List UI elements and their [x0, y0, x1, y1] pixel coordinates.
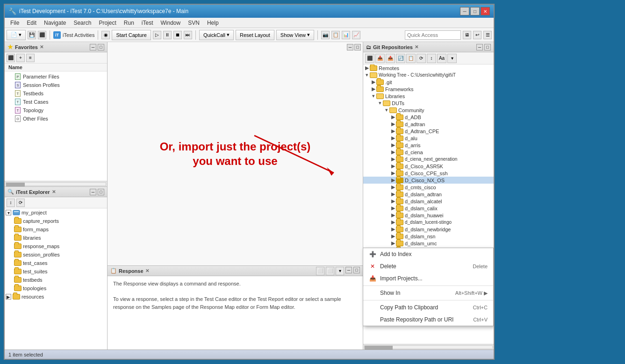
- quickcall-button[interactable]: QuickCall ▾: [199, 30, 234, 40]
- ctx-import-projects[interactable]: 📥 Import Projects...: [363, 272, 493, 285]
- quick-access-btn2[interactable]: ↩: [473, 31, 481, 39]
- start-capture-button[interactable]: Start Capture: [112, 30, 151, 40]
- git-duts[interactable]: ▾ DUTs: [363, 100, 494, 107]
- toolbar-icon5[interactable]: ⏭: [184, 31, 192, 39]
- fav-tool-3[interactable]: ≡: [26, 54, 35, 62]
- fav-item-test-cases[interactable]: T Test Cases: [5, 98, 107, 106]
- git-community[interactable]: ▾ Community: [363, 107, 494, 114]
- menu-itest[interactable]: iTest: [138, 19, 157, 27]
- git-frameworks[interactable]: ▶ Frameworks: [363, 86, 494, 93]
- toolbar-icon3[interactable]: ⏸: [163, 31, 172, 39]
- git-tool-3[interactable]: 📤: [386, 54, 395, 63]
- show-view-button[interactable]: Show View ▾: [276, 30, 314, 40]
- git-tool-7[interactable]: ↕: [427, 54, 436, 63]
- ctx-add-to-index[interactable]: ➕ Add to Index: [363, 248, 493, 260]
- minimize-button[interactable]: ─: [460, 7, 469, 15]
- git-d-dslam-umc[interactable]: ▶ d_dslam_umc: [363, 240, 494, 247]
- git-d-adtran[interactable]: ▶ d_adtran: [363, 121, 494, 128]
- git-d-arris[interactable]: ▶ d_arris: [363, 142, 494, 149]
- git-d-dslam-adtran[interactable]: ▶ d_dslam_adtran: [363, 191, 494, 198]
- toolbar-icon9[interactable]: 📈: [352, 31, 360, 39]
- toolbar-icon1[interactable]: ◉: [101, 31, 110, 39]
- explorer-session-profiles[interactable]: session_profiles: [5, 250, 107, 259]
- fav-item-topology[interactable]: T Topology: [5, 106, 107, 114]
- menu-project[interactable]: Project: [95, 19, 120, 27]
- toolbar-icon7[interactable]: 📋: [331, 31, 340, 39]
- explorer-maximize-btn[interactable]: □: [98, 189, 104, 195]
- git-d-alu[interactable]: ▶ d_alu: [363, 135, 494, 142]
- ctx-show-in[interactable]: Show In Alt+Shift+W ▶: [363, 287, 493, 299]
- toolbar-icon6[interactable]: 📷: [321, 31, 330, 39]
- quick-access-input[interactable]: [405, 30, 461, 40]
- git-d-adtran-cpe[interactable]: ▶ d_Adtran_CPE: [363, 128, 494, 135]
- git-minimize-btn[interactable]: ─: [476, 44, 483, 50]
- center-max-btn[interactable]: □: [354, 44, 361, 50]
- fav-item-session-profiles[interactable]: S Session Profiles: [5, 81, 107, 89]
- git-tool-1[interactable]: ⬛: [365, 54, 374, 63]
- git-scrollbar-h[interactable]: [363, 344, 494, 350]
- response-dropdown-btn[interactable]: ▾: [336, 267, 344, 275]
- menu-edit[interactable]: Edit: [23, 19, 40, 27]
- menu-navigate[interactable]: Navigate: [40, 19, 70, 27]
- center-min-btn[interactable]: ─: [347, 44, 353, 50]
- explorer-test-suites[interactable]: test_suites: [5, 267, 107, 276]
- git-d-cisco-nx-os[interactable]: ▶ D_Cisco_NX_OS: [363, 177, 494, 184]
- menu-run[interactable]: Run: [120, 19, 138, 27]
- git-d-ciena[interactable]: ▶ d_ciena: [363, 149, 494, 156]
- fav-tool-2[interactable]: +: [16, 54, 25, 62]
- git-tool-5[interactable]: 📋: [406, 54, 416, 63]
- save-button[interactable]: 💾: [28, 31, 36, 39]
- git-tool-dropdown[interactable]: ▾: [447, 54, 457, 63]
- git-d-dslam-nsn[interactable]: ▶ d_dslam_nsn: [363, 233, 494, 240]
- git-d-dslam-alcatel[interactable]: ▶ d_dslam_alcatel: [363, 198, 494, 205]
- itest-activities-label[interactable]: iTest Activities: [63, 32, 94, 38]
- explorer-resources[interactable]: ▶ resources: [5, 293, 107, 301]
- toolbar-icon8[interactable]: 📊: [342, 31, 350, 39]
- explorer-tool-1[interactable]: ↕: [7, 199, 15, 207]
- git-libraries[interactable]: ▾ Libraries: [363, 93, 494, 100]
- toolbar-btn3[interactable]: ⬛: [38, 31, 46, 39]
- explorer-root-project[interactable]: ▾ my_project: [5, 208, 107, 217]
- explorer-minimize-btn[interactable]: ─: [90, 189, 96, 195]
- fav-item-parameter-files[interactable]: P Parameter Files: [5, 72, 107, 81]
- fav-tool-1[interactable]: ⬛: [7, 54, 15, 62]
- fav-item-other-files[interactable]: O Other Files: [5, 114, 107, 123]
- git-d-dslam-calix[interactable]: ▶ d_dslam_calix: [363, 205, 494, 212]
- git-d-dslam-lucent[interactable]: ▶ d_dslam_lucent-stingo: [363, 219, 494, 226]
- git-d-cisco-asr5k[interactable]: ▶ d_Cisco_ASR5K: [363, 163, 494, 170]
- git-d-dslam-huawei[interactable]: ▶ d_dslam_huawei: [363, 212, 494, 219]
- close-button[interactable]: ✕: [481, 7, 490, 15]
- menu-svn[interactable]: SVN: [184, 19, 203, 27]
- git-d-cisco-cpe-ssh[interactable]: ▶ d_Cisco_CPE_ssh: [363, 170, 494, 177]
- ctx-delete[interactable]: ✕ Delete Delete: [363, 260, 493, 272]
- favorites-maximize-btn[interactable]: □: [98, 44, 104, 50]
- explorer-topologies[interactable]: topologies: [5, 284, 107, 293]
- menu-window[interactable]: Window: [157, 19, 185, 27]
- git-tool-2[interactable]: 📥: [375, 54, 385, 63]
- git-remotes[interactable]: ▶ Remotes: [363, 64, 494, 71]
- toolbar-icon4[interactable]: ⏹: [173, 31, 182, 39]
- explorer-testbeds[interactable]: testbeds: [5, 276, 107, 284]
- quick-access-btn1[interactable]: 🖥: [463, 31, 471, 39]
- fav-item-testbeds[interactable]: T Testbeds: [5, 89, 107, 98]
- favorites-minimize-btn[interactable]: ─: [90, 44, 96, 50]
- explorer-libraries[interactable]: libraries: [5, 234, 107, 242]
- maximize-button[interactable]: □: [470, 7, 480, 15]
- response-tool-2[interactable]: ⬜: [326, 267, 334, 275]
- expand-icon[interactable]: ▶: [6, 294, 11, 300]
- menu-file[interactable]: File: [7, 19, 23, 27]
- git-working-tree[interactable]: ▾ Working Tree - C:\Users\cwhitty\git\iT: [363, 71, 494, 79]
- git-d-adb[interactable]: ▶ d_ADB: [363, 114, 494, 121]
- git-maximize-btn[interactable]: □: [484, 44, 491, 50]
- new-button[interactable]: 📄▾: [7, 30, 26, 40]
- git-tool-8[interactable]: Aa: [437, 54, 446, 63]
- explorer-form-maps[interactable]: form_maps: [5, 225, 107, 234]
- ctx-copy-path[interactable]: Copy Path to Clipboard Ctrl+C: [363, 301, 493, 314]
- favorites-scrollbar-h[interactable]: [5, 181, 107, 186]
- menu-search[interactable]: Search: [70, 19, 95, 27]
- git-tool-4[interactable]: 🔃: [396, 54, 405, 63]
- toolbar-icon2[interactable]: ▷: [153, 31, 161, 39]
- explorer-capture-reports[interactable]: capture_reports: [5, 217, 107, 225]
- explorer-response-maps[interactable]: response_maps: [5, 242, 107, 250]
- explorer-test-cases[interactable]: test_cases: [5, 259, 107, 267]
